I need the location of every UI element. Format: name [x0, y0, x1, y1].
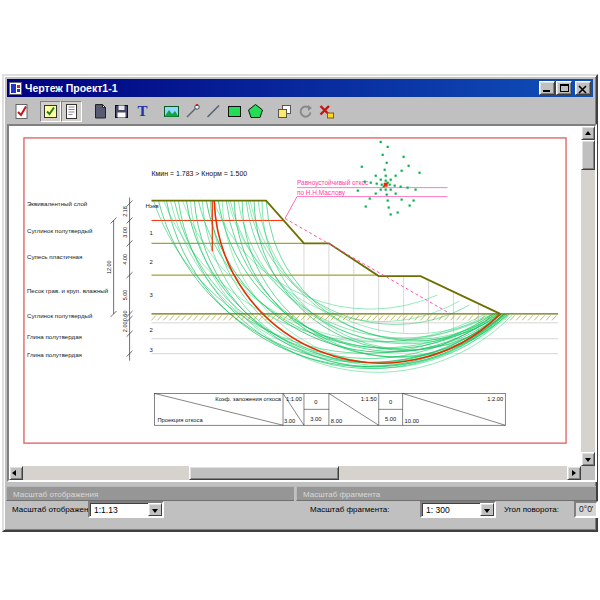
scroll-left-button[interactable]: [9, 466, 23, 480]
close-icon: [576, 84, 590, 96]
svg-text:8.00: 8.00: [331, 418, 342, 424]
minimize-button[interactable]: [539, 81, 555, 95]
rectangle-tool-button[interactable]: [224, 101, 245, 122]
scrollbar-corner: [581, 466, 595, 480]
svg-text:3: 3: [150, 347, 154, 353]
toolbar: T: [7, 98, 593, 124]
soil-label: Глина полутвердая: [27, 333, 82, 340]
soil-label: Эквивалентный слой: [27, 200, 88, 207]
scroll-down-button[interactable]: [581, 452, 595, 466]
maslov-slope: Равноустойчивый откос по Н.Н.Маслову: [285, 179, 450, 314]
image-tool-button[interactable]: [161, 101, 182, 122]
dimension-values: 2.18 3.00 4.00 5.00 0.60 2.00 12.00: [106, 206, 128, 332]
svg-text:1:1.50: 1:1.50: [361, 396, 377, 402]
scroll-right-button[interactable]: [567, 466, 581, 480]
checkbox-icon: [42, 103, 59, 120]
drawing-canvas[interactable]: Кмин = 1.783 > Кнорм = 1.500 Эквивалентн…: [9, 126, 581, 466]
svg-text:1: 1: [150, 230, 154, 236]
display-scale-label: Масштаб отображения:: [12, 505, 99, 514]
rotation-angle-label: Угол поворота:: [504, 505, 559, 514]
rotation-angle-field[interactable]: 0°0': [574, 501, 598, 518]
sheet-toggle-button[interactable]: [61, 101, 82, 122]
svg-text:2.00: 2.00: [122, 321, 128, 332]
rectangle-tool-icon: [226, 103, 243, 120]
svg-text:2.18: 2.18: [122, 206, 128, 217]
copy-icon: [276, 103, 293, 120]
vertical-scroll-thumb[interactable]: [581, 140, 595, 170]
svg-text:1:1.00: 1:1.00: [286, 396, 302, 402]
svg-text:1:2.00: 1:2.00: [487, 396, 503, 402]
soil-label: Суглинок полутвердый: [27, 312, 93, 319]
dimension-chain: [111, 198, 133, 361]
delete-icon: [318, 103, 335, 120]
delete-object-button[interactable]: [316, 101, 337, 122]
slope-drawing: Кмин = 1.783 > Кнорм = 1.500 Эквивалентн…: [9, 126, 581, 466]
svg-text:5.00: 5.00: [385, 416, 396, 422]
polygon-tool-button[interactable]: [245, 101, 266, 122]
display-scale-value: 1:1.13: [94, 504, 118, 516]
layer-numbers: Нэкв 1 2 3 2 3: [146, 203, 159, 353]
new-sheet-icon: [92, 103, 109, 120]
title-bar[interactable]: Чертеж Проект1-1: [7, 79, 593, 97]
slope-table: Коэф. заложения откоса Проекция откоса 1…: [154, 393, 505, 425]
soil-label: Супесь пластичная: [27, 253, 82, 260]
soil-label: Суглинок полутвердый: [27, 227, 93, 234]
fragment-scale-combobox[interactable]: 1: 300: [420, 501, 496, 518]
horizontal-scrollbar[interactable]: [9, 466, 581, 480]
svg-text:2: 2: [150, 327, 154, 333]
maslov-label-line1: Равноустойчивый откос: [297, 179, 369, 187]
fragment-scale-label: Масштаб фрагмента:: [310, 505, 389, 514]
save-icon: [113, 103, 130, 120]
vertical-scrollbar[interactable]: [581, 126, 595, 466]
fragment-scale-dropdown-button[interactable]: [480, 503, 494, 516]
maximize-button[interactable]: [556, 81, 572, 95]
soil-labels: Эквивалентный слой Суглинок полутвердый …: [27, 200, 109, 358]
svg-text:4.00: 4.00: [122, 254, 128, 265]
copy-object-button[interactable]: [274, 101, 295, 122]
check-toggle-button[interactable]: [40, 101, 61, 122]
display-scale-group-header: Масштаб отображения: [6, 486, 294, 501]
sheet-edit-icon: [13, 103, 30, 120]
fragment-scale-group-header: Масштаб фрагмента: [296, 486, 596, 501]
soil-label: Песок грав. и круп. влажный: [27, 287, 109, 294]
svg-text:3.00: 3.00: [122, 227, 128, 238]
equivalent-layer-label: Нэкв: [146, 203, 159, 209]
svg-text:0.60: 0.60: [122, 311, 128, 322]
display-scale-combobox[interactable]: 1:1.13: [88, 501, 164, 518]
line-tool-button[interactable]: [203, 101, 224, 122]
close-button[interactable]: [575, 81, 591, 95]
app-window: Чертеж Проект1-1: [2, 74, 598, 532]
horizontal-scroll-thumb[interactable]: [189, 466, 339, 480]
svg-text:3: 3: [150, 292, 154, 298]
total-depth-dimension: 12.00: [106, 260, 112, 274]
save-button[interactable]: [111, 101, 132, 122]
right-arrow-icon: [572, 470, 576, 476]
sheet-icon: [63, 103, 80, 120]
window-title: Чертеж Проект1-1: [25, 82, 538, 94]
maslov-label-line2: по Н.Н.Маслову: [297, 189, 346, 197]
rotate-object-button[interactable]: [295, 101, 316, 122]
app-icon: [9, 82, 22, 95]
text-tool-button[interactable]: T: [132, 101, 153, 122]
new-sheet-button[interactable]: [90, 101, 111, 122]
down-arrow-icon: [585, 458, 591, 462]
node-tool-icon: [184, 103, 201, 120]
svg-text:5.00: 5.00: [122, 290, 128, 301]
svg-text:3.00: 3.00: [310, 416, 321, 422]
slip-circles: [153, 201, 512, 373]
scroll-up-button[interactable]: [581, 126, 595, 140]
up-arrow-icon: [585, 131, 591, 135]
table-row2-header: Проекция откоса: [157, 417, 203, 423]
left-arrow-icon: [12, 470, 16, 476]
display-scale-dropdown-button[interactable]: [148, 503, 162, 516]
line-tool-icon: [205, 103, 222, 120]
polygon-tool-icon: [247, 103, 264, 120]
svg-text:3.00: 3.00: [284, 418, 295, 424]
table-row1-header: Коэф. заложения откоса: [215, 396, 282, 402]
sheet-edit-button[interactable]: [11, 101, 32, 122]
text-tool-icon: T: [137, 104, 147, 119]
image-tool-icon: [163, 103, 180, 120]
node-tool-button[interactable]: [182, 101, 203, 122]
soil-label: Глина полутвердая: [27, 351, 82, 358]
svg-text:2: 2: [150, 259, 154, 265]
